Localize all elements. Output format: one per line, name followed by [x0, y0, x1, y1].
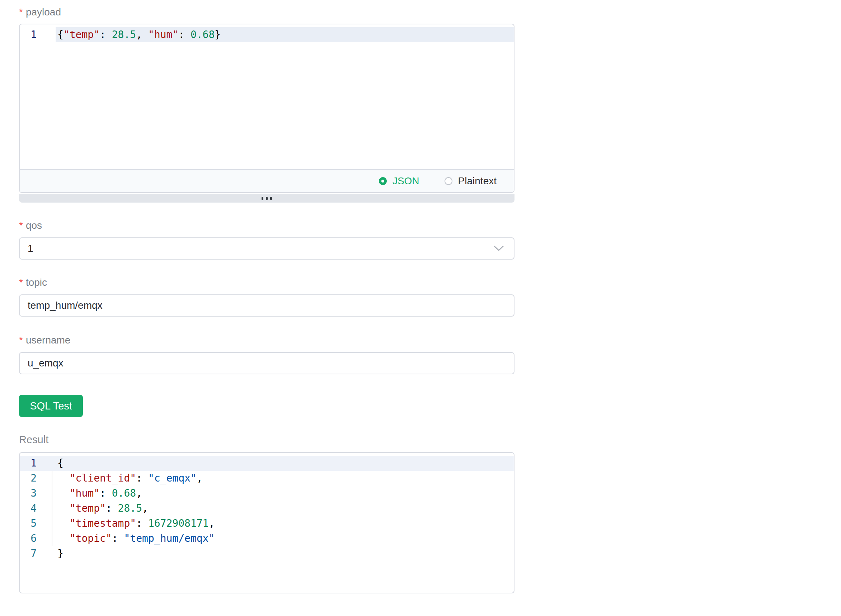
indent-guide [51, 516, 52, 531]
chevron-down-icon [494, 246, 504, 251]
required-asterisk: * [19, 220, 23, 231]
result-editor: 1{2 "client_id": "c_emqx",3 "hum": 0.68,… [19, 452, 515, 593]
username-label: *username [19, 333, 515, 348]
code-line: 1{ [20, 456, 514, 471]
line-number: 5 [20, 516, 37, 531]
code-text: "hum": 0.68, [56, 486, 514, 501]
indent-guide [51, 471, 52, 486]
line-number: 4 [20, 501, 37, 516]
required-asterisk: * [19, 277, 23, 288]
payload-editor: 1{"temp": 28.5, "hum": 0.68} JSON Plaint… [19, 23, 515, 193]
code-text: { [56, 456, 514, 471]
indent-guide [51, 501, 52, 516]
line-number: 7 [20, 546, 37, 561]
line-number: 1 [20, 27, 37, 42]
format-radio-plaintext-label: Plaintext [458, 175, 497, 187]
format-radio-json-label: JSON [393, 175, 419, 187]
code-line: 4 "temp": 28.5, [20, 501, 514, 516]
format-radio-json[interactable]: JSON [379, 175, 419, 187]
code-line: 6 "topic": "temp_hum/emqx" [20, 531, 514, 546]
editor-resize-handle[interactable] [19, 194, 515, 202]
radio-unselected-icon [444, 177, 453, 185]
drag-dots-icon [262, 197, 263, 200]
required-asterisk: * [19, 334, 23, 346]
qos-select[interactable]: 1 [19, 238, 515, 260]
payload-label: *payload [19, 5, 515, 19]
code-text: "temp": 28.5, [56, 501, 514, 516]
code-text: "topic": "temp_hum/emqx" [56, 531, 514, 546]
result-label: Result [19, 433, 515, 447]
line-number: 1 [20, 456, 37, 471]
radio-selected-icon [379, 177, 387, 185]
qos-select-value: 1 [28, 243, 33, 254]
username-input[interactable] [19, 352, 515, 374]
code-text: "timestamp": 1672908171, [56, 516, 514, 531]
code-line: 2 "client_id": "c_emqx", [20, 471, 514, 486]
format-radio-plaintext[interactable]: Plaintext [444, 175, 497, 187]
topic-label: *topic [19, 275, 515, 290]
payload-format-toolbar: JSON Plaintext [20, 169, 514, 192]
payload-code-area[interactable]: 1{"temp": 28.5, "hum": 0.68} [20, 24, 514, 169]
drag-dots-icon [266, 197, 268, 200]
sql-test-form: *payload 1{"temp": 28.5, "hum": 0.68} JS… [19, 5, 515, 593]
qos-label: *qos [19, 219, 515, 233]
code-text: {"temp": 28.5, "hum": 0.68} [56, 27, 514, 42]
code-text: "client_id": "c_emqx", [56, 471, 514, 486]
sql-test-button[interactable]: SQL Test [19, 395, 83, 417]
code-text: } [56, 546, 514, 561]
code-line: 5 "timestamp": 1672908171, [20, 516, 514, 531]
code-line: 1{"temp": 28.5, "hum": 0.68} [20, 27, 514, 42]
line-number: 3 [20, 486, 37, 501]
line-number: 6 [20, 531, 37, 546]
indent-guide [51, 486, 52, 501]
required-asterisk: * [19, 6, 23, 18]
result-code-area: 1{2 "client_id": "c_emqx",3 "hum": 0.68,… [20, 453, 514, 570]
code-line: 7} [20, 546, 514, 561]
drag-dots-icon [270, 197, 272, 200]
indent-guide [51, 531, 52, 546]
code-line: 3 "hum": 0.68, [20, 486, 514, 501]
topic-input[interactable] [19, 294, 515, 317]
line-number: 2 [20, 471, 37, 486]
